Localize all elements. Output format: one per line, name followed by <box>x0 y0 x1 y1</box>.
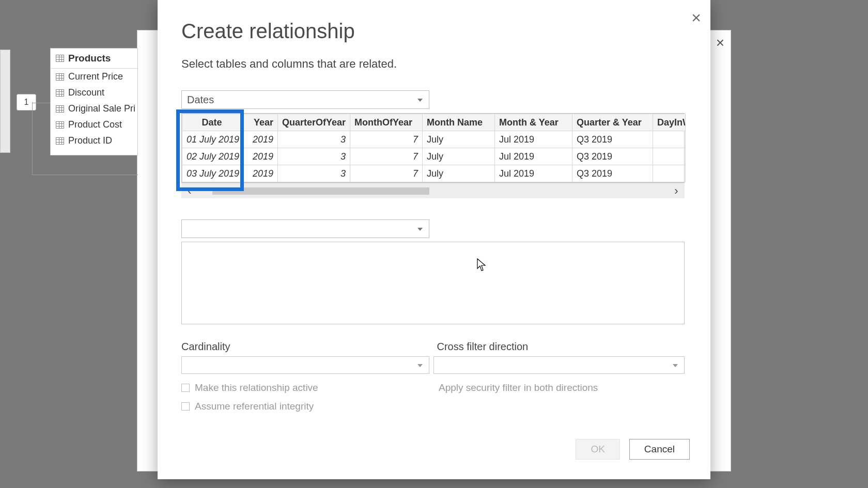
chevron-down-icon <box>417 99 423 102</box>
field-label: Original Sale Pri <box>68 103 135 114</box>
create-relationship-dialog: × Create relationship Select tables and … <box>158 0 710 479</box>
chevron-left-icon[interactable]: ‹ <box>181 184 198 198</box>
field-row[interactable]: Product Cost <box>51 117 137 133</box>
table-icon <box>56 55 64 62</box>
checkbox-referential-integrity[interactable]: Assume referential integrity <box>181 401 685 412</box>
preview-horizontal-scrollbar[interactable]: ‹ › <box>181 183 685 198</box>
col-header[interactable]: Year <box>242 114 278 131</box>
products-table-header: Products <box>51 49 137 69</box>
field-row[interactable]: Original Sale Pri <box>51 101 137 117</box>
cell: Jul 2019 <box>495 148 572 165</box>
cardinality-select[interactable] <box>181 356 429 374</box>
column-icon <box>56 73 64 81</box>
cell: 7 <box>350 165 423 182</box>
close-icon[interactable]: × <box>716 35 724 51</box>
relationship-connector-line <box>32 102 33 175</box>
checkbox-label: Assume referential integrity <box>195 401 314 412</box>
col-header[interactable]: Date <box>182 114 242 131</box>
field-label: Product Cost <box>68 119 122 130</box>
cell: 03 July 2019 <box>182 165 242 182</box>
col-header[interactable]: Quarter & Year <box>572 114 653 131</box>
col-header[interactable]: MonthOfYear <box>350 114 423 131</box>
ok-button[interactable]: OK <box>576 439 619 460</box>
crossfilter-label: Cross filter direction <box>437 341 528 353</box>
products-table-title: Products <box>68 53 111 64</box>
cell: Q3 2019 <box>572 165 653 182</box>
cell <box>653 165 686 182</box>
field-label: Discount <box>68 87 104 98</box>
first-table-preview[interactable]: Date Year QuarterOfYear MonthOfYear Mont… <box>181 113 685 183</box>
checkbox-make-active[interactable]: Make this relationship active <box>181 382 685 393</box>
cardinality-label: Cardinality <box>181 341 230 353</box>
cell: 2019 <box>242 131 278 148</box>
column-icon <box>56 121 64 129</box>
relationship-connector-badge: 1 <box>17 94 36 111</box>
cell: 7 <box>350 131 423 148</box>
cell: Jul 2019 <box>495 165 572 182</box>
cell: 2019 <box>242 148 278 165</box>
cell: July <box>423 165 495 182</box>
dialog-subtitle: Select tables and columns that are relat… <box>181 57 710 71</box>
checkbox-security-filter[interactable]: Apply security filter in both directions <box>433 382 598 393</box>
checkbox-icon <box>181 402 190 411</box>
field-label: Product ID <box>68 135 112 146</box>
checkbox-icon <box>181 384 190 392</box>
col-header[interactable]: Month Name <box>423 114 495 131</box>
col-header[interactable]: QuarterOfYear <box>278 114 350 131</box>
first-table-select[interactable]: Dates <box>181 90 429 109</box>
cell: Jul 2019 <box>495 131 572 148</box>
cell: 02 July 2019 <box>182 148 242 165</box>
cell: 3 <box>278 148 350 165</box>
second-table-preview <box>181 242 685 324</box>
chevron-right-icon[interactable]: › <box>668 184 685 198</box>
col-header[interactable]: DayInW <box>653 114 686 131</box>
field-row[interactable]: Current Price <box>51 69 137 85</box>
table-row[interactable]: 02 July 2019 2019 3 7 July Jul 2019 Q3 2… <box>182 148 686 165</box>
column-icon <box>56 137 64 145</box>
cell: 01 July 2019 <box>182 131 242 148</box>
crossfilter-select[interactable] <box>433 356 685 374</box>
cell <box>653 148 686 165</box>
scrollbar-thumb[interactable] <box>212 187 429 195</box>
cell: 3 <box>278 131 350 148</box>
relationship-connector-line <box>32 175 138 175</box>
relationship-connector-line <box>32 103 53 103</box>
cell: July <box>423 131 495 148</box>
cell: Q3 2019 <box>572 148 653 165</box>
cell: July <box>423 148 495 165</box>
checkbox-label: Apply security filter in both directions <box>439 382 598 393</box>
second-table-select[interactable] <box>181 219 429 238</box>
field-row[interactable]: Product ID <box>51 133 137 149</box>
close-icon[interactable]: × <box>691 8 701 27</box>
cell: 2019 <box>242 165 278 182</box>
column-icon <box>56 89 64 97</box>
col-header[interactable]: Month & Year <box>495 114 572 131</box>
left-edge-stub <box>0 50 10 153</box>
field-row[interactable]: Discount <box>51 85 137 101</box>
chevron-down-icon <box>417 228 423 231</box>
checkbox-label: Make this relationship active <box>195 382 318 393</box>
table-row[interactable]: 03 July 2019 2019 3 7 July Jul 2019 Q3 2… <box>182 165 686 182</box>
cell: 7 <box>350 148 423 165</box>
cell: Q3 2019 <box>572 131 653 148</box>
field-label: Current Price <box>68 71 123 82</box>
chevron-down-icon <box>417 364 423 367</box>
table-row[interactable]: 01 July 2019 2019 3 7 July Jul 2019 Q3 2… <box>182 131 686 148</box>
first-table-select-value: Dates <box>187 94 214 106</box>
scrollbar-track[interactable] <box>198 187 668 195</box>
cancel-button[interactable]: Cancel <box>629 439 690 460</box>
chevron-down-icon <box>673 364 678 367</box>
cell <box>653 131 686 148</box>
dialog-title: Create relationship <box>181 20 710 43</box>
products-table-card[interactable]: Products Current Price Discount Original… <box>50 48 138 155</box>
cell: 3 <box>278 165 350 182</box>
column-icon <box>56 105 64 113</box>
